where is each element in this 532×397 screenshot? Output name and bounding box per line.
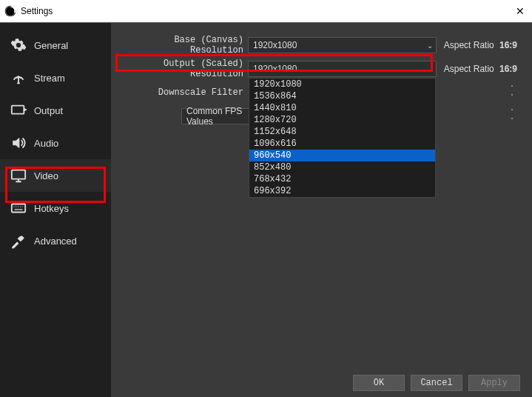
- resolution-option[interactable]: 1280x720: [249, 114, 435, 126]
- svg-rect-4: [12, 170, 25, 179]
- chevron-down-icon: ⌄: [427, 41, 433, 50]
- titlebar: Settings ✕: [0, 0, 532, 22]
- sidebar-item-general[interactable]: General: [0, 29, 111, 61]
- sidebar-item-label: Hotkeys: [34, 203, 69, 214]
- downscale-stepper[interactable]: ˄ ˅: [507, 85, 517, 100]
- base-resolution-label: Base (Canvas) Resolution: [118, 35, 248, 56]
- speaker-icon: [10, 135, 27, 151]
- chevron-down-icon[interactable]: ˅: [507, 94, 517, 100]
- monitor-icon: [10, 167, 27, 184]
- sidebar-item-video[interactable]: Video: [0, 159, 111, 192]
- svg-rect-3: [12, 106, 24, 114]
- base-resolution-value: 1920x1080: [253, 40, 297, 50]
- sidebar-item-label: Stream: [34, 73, 65, 84]
- chevron-up-icon[interactable]: ˄: [507, 109, 517, 115]
- output-icon: [10, 102, 27, 119]
- output-resolution-value: 1920x1080: [253, 64, 297, 74]
- resolution-option[interactable]: 960x540: [249, 150, 435, 161]
- sidebar-item-hotkeys[interactable]: Hotkeys: [0, 192, 111, 224]
- apply-button: Apply: [468, 375, 520, 391]
- tools-icon: [10, 233, 27, 249]
- sidebar-item-label: General: [34, 40, 68, 51]
- downscale-filter-label: Downscale Filter: [118, 87, 248, 98]
- output-aspect-value: 16:9: [499, 64, 517, 74]
- resolution-option[interactable]: 768x432: [249, 173, 435, 185]
- svg-rect-5: [12, 204, 25, 213]
- chevron-down-icon[interactable]: ˅: [507, 118, 517, 124]
- sidebar-item-stream[interactable]: Stream: [0, 61, 111, 94]
- footer: OK Cancel Apply: [353, 375, 520, 391]
- output-resolution-menu: 1920x10801536x8641440x8101280x7201152x64…: [249, 78, 436, 198]
- chevron-up-icon[interactable]: ˄: [507, 85, 517, 91]
- sidebar-item-label: Advanced: [34, 236, 77, 247]
- chevron-down-icon: ⌄: [427, 65, 433, 73]
- fps-value-stepper[interactable]: ˄ ˅: [507, 109, 517, 124]
- svg-point-2: [18, 76, 20, 79]
- resolution-option[interactable]: 1152x648: [249, 126, 435, 138]
- close-icon[interactable]: ✕: [516, 5, 525, 17]
- resolution-option[interactable]: 1440x810: [249, 102, 435, 114]
- resolution-option[interactable]: 852x480: [249, 161, 435, 173]
- sidebar-item-output[interactable]: Output: [0, 94, 111, 127]
- keyboard-icon: [10, 200, 27, 216]
- output-resolution-label: Output (Scaled) Resolution: [118, 59, 248, 79]
- window-title: Settings: [21, 6, 53, 16]
- sidebar-item-audio[interactable]: Audio: [0, 127, 111, 159]
- sidebar-item-label: Audio: [34, 138, 58, 149]
- obs-logo-icon: [4, 5, 16, 17]
- cancel-button[interactable]: Cancel: [411, 375, 462, 391]
- sidebar-item-advanced[interactable]: Advanced: [0, 224, 111, 257]
- ok-button[interactable]: OK: [353, 375, 405, 391]
- gear-icon: [10, 37, 27, 53]
- resolution-option[interactable]: 1536x864: [249, 90, 435, 102]
- output-resolution-dropdown[interactable]: 1920x1080 ⌄ 1920x10801536x8641440x810128…: [248, 61, 437, 77]
- resolution-option[interactable]: 1920x1080: [249, 79, 435, 90]
- base-aspect-label: Aspect Ratio: [444, 40, 494, 50]
- sidebar-item-label: Output: [34, 105, 63, 116]
- base-resolution-dropdown[interactable]: 1920x1080 ⌄: [248, 37, 437, 53]
- output-aspect-label: Aspect Ratio: [444, 64, 494, 74]
- resolution-option[interactable]: 696x392: [249, 185, 435, 197]
- sidebar-item-label: Video: [34, 170, 58, 181]
- sidebar: General Stream Output Audio Video: [0, 23, 111, 397]
- base-aspect-value: 16:9: [499, 40, 517, 50]
- broadcast-icon: [10, 70, 27, 86]
- content-pane: Base (Canvas) Resolution 1920x1080 ⌄ Asp…: [111, 23, 532, 397]
- resolution-option[interactable]: 1096x616: [249, 138, 435, 150]
